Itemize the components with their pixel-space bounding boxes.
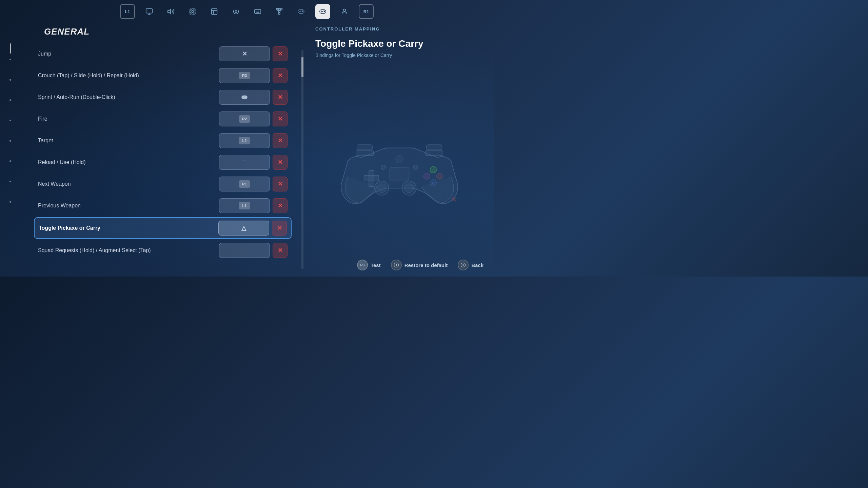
key-button-fire[interactable]: R2 bbox=[219, 111, 270, 126]
svg-point-4 bbox=[192, 11, 194, 13]
key-badge-crouch: R3 bbox=[239, 72, 250, 79]
nav-settings[interactable] bbox=[185, 4, 200, 19]
svg-rect-62 bbox=[396, 264, 397, 266]
svg-point-33 bbox=[324, 11, 325, 12]
binding-row-fire[interactable]: Fire R2 ✕ bbox=[34, 109, 292, 129]
sidebar-dot-8 bbox=[9, 201, 11, 203]
nav-accessibility[interactable] bbox=[207, 4, 222, 19]
svg-rect-43 bbox=[364, 175, 379, 181]
action-back[interactable]: Back bbox=[458, 260, 484, 270]
delete-button-prev-weapon[interactable]: ✕ bbox=[273, 198, 288, 213]
key-button-target[interactable]: L2 bbox=[219, 133, 270, 148]
svg-rect-41 bbox=[427, 145, 442, 150]
svg-point-47 bbox=[405, 183, 414, 192]
binding-list: Jump ✕ ✕ Crouch (Tap) / Slide (Hold) / R… bbox=[34, 44, 298, 261]
main-content: GENERAL Jump ✕ ✕ Crouch (Tap) / Slide (H… bbox=[0, 23, 494, 276]
action-test[interactable]: R3 Test bbox=[357, 260, 381, 270]
sidebar-dot-6 bbox=[9, 160, 11, 162]
action-test-label: Test bbox=[371, 262, 381, 268]
binding-label-crouch: Crouch (Tap) / Slide (Hold) / Repair (Ho… bbox=[38, 73, 219, 79]
svg-rect-0 bbox=[146, 9, 152, 13]
key-button-prev-weapon[interactable]: L1 bbox=[219, 198, 270, 213]
delete-button-reload[interactable]: ✕ bbox=[273, 155, 288, 170]
svg-point-45 bbox=[377, 183, 386, 192]
delete-button-fire[interactable]: ✕ bbox=[273, 111, 288, 126]
binding-row-target[interactable]: Target L2 ✕ bbox=[34, 130, 292, 151]
sidebar-line bbox=[10, 43, 11, 54]
key-button-next-weapon[interactable]: R1 bbox=[219, 177, 270, 191]
svg-point-34 bbox=[343, 9, 346, 12]
scrollbar[interactable] bbox=[301, 50, 303, 269]
key-button-reload[interactable]: □ bbox=[219, 155, 270, 170]
key-button-squad-requests[interactable] bbox=[219, 243, 270, 258]
delete-button-crouch[interactable]: ✕ bbox=[273, 68, 288, 83]
binding-label-prev-weapon: Previous Weapon bbox=[38, 203, 219, 209]
nav-R1[interactable]: R1 bbox=[359, 4, 374, 19]
controller-container: △ ✕ □ ✕ bbox=[315, 68, 484, 272]
svg-rect-39 bbox=[357, 145, 373, 150]
sidebar-dots bbox=[0, 23, 20, 276]
binding-controls-jump: ✕ ✕ bbox=[219, 46, 288, 61]
svg-marker-3 bbox=[168, 9, 171, 14]
nav-gamepad-active[interactable] bbox=[315, 4, 330, 19]
nav-gamepad-inactive[interactable] bbox=[294, 4, 309, 19]
nav-network[interactable] bbox=[272, 4, 287, 19]
svg-rect-18 bbox=[281, 8, 282, 10]
binding-controls-sprint: ✕ bbox=[219, 90, 288, 105]
nav-user[interactable] bbox=[337, 4, 352, 19]
binding-label-next-weapon: Next Weapon bbox=[38, 181, 219, 187]
svg-text:□: □ bbox=[426, 174, 428, 178]
binding-label-squad-requests: Squad Requests (Hold) / Augment Select (… bbox=[38, 247, 219, 253]
action-restore-label: Restore to default bbox=[405, 262, 448, 268]
binding-row-prev-weapon[interactable]: Previous Weapon L1 ✕ bbox=[34, 196, 292, 216]
binding-label-reload: Reload / Use (Hold) bbox=[38, 159, 219, 165]
sidebar-dot-7 bbox=[9, 181, 11, 182]
binding-controls-squad-requests: ✕ bbox=[219, 243, 288, 258]
svg-point-28 bbox=[303, 11, 303, 12]
binding-row-crouch[interactable]: Crouch (Tap) / Slide (Hold) / Repair (Ho… bbox=[34, 65, 292, 86]
controller-illustration: △ ✕ □ ✕ bbox=[335, 123, 464, 218]
delete-button-jump[interactable]: ✕ bbox=[273, 46, 288, 61]
binding-row-next-weapon[interactable]: Next Weapon R1 ✕ bbox=[34, 174, 292, 194]
svg-rect-38 bbox=[356, 150, 374, 156]
binding-controls-reload: □ ✕ bbox=[219, 155, 288, 170]
key-badge-prev-weapon: L1 bbox=[239, 202, 250, 209]
scrollbar-thumb[interactable] bbox=[301, 57, 303, 77]
key-button-crouch[interactable]: R3 bbox=[219, 68, 270, 83]
binding-row-toggle-pickaxe[interactable]: Toggle Pickaxe or Carry △ ✕ bbox=[34, 217, 292, 239]
svg-point-8 bbox=[235, 11, 237, 13]
action-back-icon bbox=[458, 260, 469, 270]
svg-text:✕: ✕ bbox=[451, 196, 457, 203]
key-badge-fire: R2 bbox=[239, 115, 250, 123]
binding-row-squad-requests[interactable]: Squad Requests (Hold) / Augment Select (… bbox=[34, 240, 292, 261]
nav-controls[interactable] bbox=[229, 4, 243, 19]
binding-row-sprint[interactable]: Sprint / Auto-Run (Double-Click) ✕ bbox=[34, 87, 292, 107]
nav-display[interactable] bbox=[142, 4, 157, 19]
svg-point-64 bbox=[462, 264, 464, 266]
top-nav: L1 R1 bbox=[0, 0, 494, 23]
svg-point-27 bbox=[302, 11, 303, 11]
action-restore[interactable]: Restore to default bbox=[391, 260, 448, 270]
binding-row-reload[interactable]: Reload / Use (Hold) □ ✕ bbox=[34, 152, 292, 172]
delete-button-next-weapon[interactable]: ✕ bbox=[273, 177, 288, 191]
key-button-toggle-pickaxe[interactable]: △ bbox=[218, 221, 269, 236]
right-panel-title: CONTROLLER MAPPING bbox=[315, 26, 484, 32]
svg-point-50 bbox=[436, 173, 443, 179]
svg-text:△: △ bbox=[432, 168, 435, 172]
delete-button-toggle-pickaxe[interactable]: ✕ bbox=[272, 221, 287, 236]
delete-button-target[interactable]: ✕ bbox=[273, 133, 288, 148]
nav-L1[interactable]: L1 bbox=[120, 4, 135, 19]
key-button-jump[interactable]: ✕ bbox=[219, 46, 270, 61]
binding-row-jump[interactable]: Jump ✕ ✕ bbox=[34, 44, 292, 64]
svg-text:✕: ✕ bbox=[431, 180, 435, 185]
key-button-sprint[interactable] bbox=[219, 90, 270, 105]
sidebar-dot-1 bbox=[9, 59, 11, 60]
svg-point-32 bbox=[324, 11, 324, 11]
nav-audio[interactable] bbox=[163, 4, 178, 19]
svg-rect-16 bbox=[276, 8, 278, 10]
sidebar-dot-4 bbox=[9, 120, 11, 121]
nav-keyboard[interactable] bbox=[250, 4, 265, 19]
sidebar-dot-2 bbox=[9, 79, 11, 81]
delete-button-sprint[interactable]: ✕ bbox=[273, 90, 288, 105]
svg-rect-20 bbox=[278, 13, 280, 15]
